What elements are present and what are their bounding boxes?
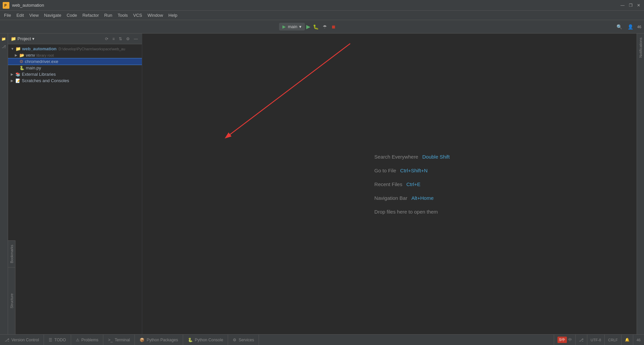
- menu-item-refactor[interactable]: Refactor: [80, 11, 102, 19]
- hint-search-everywhere: Search Everywhere Double Shift: [374, 154, 450, 159]
- tab-python-console[interactable]: 🐍 Python Console: [183, 335, 228, 345]
- sougo-badge[interactable]: S中 中: [554, 335, 575, 345]
- settings-btn[interactable]: ⚙: [125, 36, 131, 42]
- bookmarks-panel: Bookmarks: [8, 240, 15, 267]
- power-save[interactable]: 46: [633, 335, 644, 345]
- menu-item-navigate[interactable]: Navigate: [41, 11, 64, 19]
- tab-terminal[interactable]: >_ Terminal: [103, 335, 135, 345]
- tree-scratches[interactable]: ▶ 📝 Scratches and Consoles: [8, 77, 142, 84]
- run-config-dropdown[interactable]: ▶ main ▾: [279, 23, 305, 31]
- status-right: S中 中 ⎇ UTF-8 CRLF 🔔 46: [554, 335, 644, 345]
- menu-item-run[interactable]: Run: [102, 11, 115, 19]
- menu-item-help[interactable]: Help: [166, 11, 180, 19]
- hint-recent-shortcut: Ctrl+E: [406, 181, 420, 187]
- ext-libs-label: External Libraries: [22, 72, 56, 77]
- file-tree: ▼ 📁 web_automation D:\develop\PyCharm\wo…: [8, 44, 142, 334]
- svg-line-3: [226, 44, 350, 137]
- svg-text:P: P: [4, 4, 7, 7]
- activity-bar: 📁 ⎇: [0, 34, 8, 334]
- title-bar: P web_automation — ❐ ✕: [0, 0, 644, 11]
- hint-goto-file: Go to File Ctrl+Shift+N: [374, 167, 450, 173]
- tab-terminal-label: Terminal: [115, 338, 130, 342]
- notifications-label[interactable]: Notifications: [639, 35, 643, 60]
- account-icon[interactable]: 👤: [626, 23, 635, 31]
- tree-root[interactable]: ▼ 📁 web_automation D:\develop\PyCharm\wo…: [8, 46, 142, 52]
- scratches-icon: 📝: [15, 78, 20, 83]
- sort-btn[interactable]: ⇅: [117, 36, 123, 42]
- tree-main-py[interactable]: 🐍 main.py: [8, 65, 142, 71]
- scratches-chevron: ▶: [11, 79, 15, 82]
- hide-btn[interactable]: —: [132, 36, 139, 42]
- problems-icon: ⚠: [76, 338, 79, 342]
- sidebar-tools: ⟳ ≡ ⇅ ⚙ —: [104, 36, 139, 42]
- run-button[interactable]: ▶: [306, 23, 310, 30]
- tab-problems-label: Problems: [82, 338, 99, 342]
- tab-python-packages[interactable]: 📦 Python Packages: [135, 335, 183, 345]
- venv-folder-icon: 📂: [19, 53, 24, 58]
- menu-item-code[interactable]: Code: [64, 11, 80, 19]
- sougo-text: 中: [568, 337, 572, 342]
- tree-external-libraries[interactable]: ▶ 📚 External Libraries: [8, 71, 142, 77]
- stop-button[interactable]: ⏹: [330, 23, 337, 31]
- debug-button[interactable]: 🐛: [312, 23, 320, 31]
- menu-item-file[interactable]: File: [1, 11, 14, 19]
- scroll-to-source-btn[interactable]: ⟳: [104, 36, 110, 42]
- maximize-button[interactable]: ❐: [628, 3, 633, 8]
- commit-icon[interactable]: ⎇: [0, 43, 8, 50]
- collapse-all-btn[interactable]: ≡: [111, 36, 116, 42]
- hint-nav-label: Navigation Bar: [374, 195, 407, 200]
- exe-file-icon: ⚙: [19, 59, 23, 64]
- tab-todo[interactable]: ☰ TODO: [44, 335, 71, 345]
- tab-version-control-label: Version Control: [11, 338, 39, 342]
- run-config-chevron: ▾: [299, 24, 302, 29]
- menu-item-view[interactable]: View: [26, 11, 41, 19]
- chromedriver-label: chromedriver.exe: [25, 59, 58, 64]
- project-view-icon[interactable]: 📁: [0, 35, 8, 42]
- project-dropdown[interactable]: 📁 Project ▾: [11, 36, 35, 41]
- tree-chromedriver[interactable]: ⚙ chromedriver.exe: [8, 58, 142, 65]
- version-control-icon: ⎇: [5, 338, 9, 342]
- sougo-label: S中: [557, 337, 567, 343]
- hint-goto-label: Go to File: [374, 167, 396, 173]
- hint-recent-label: Recent Files: [374, 181, 402, 187]
- tab-problems[interactable]: ⚠ Problems: [71, 335, 104, 345]
- encoding-status[interactable]: UTF-8: [587, 335, 604, 345]
- menu-item-edit[interactable]: Edit: [14, 11, 26, 19]
- power-save-icon: 46: [637, 338, 641, 342]
- hint-search-shortcut: Double Shift: [422, 154, 450, 159]
- hint-search-label: Search Everywhere: [374, 154, 418, 159]
- coverage-button[interactable]: ☂: [321, 23, 328, 31]
- python-packages-icon: 📦: [140, 338, 145, 342]
- tab-version-control[interactable]: ⎇ Version Control: [0, 335, 44, 345]
- main-layout: 📁 ⎇ 📁 Project ▾ ⟳ ≡ ⇅ ⚙ — ▼ 📁 web_aut: [0, 34, 644, 334]
- toolbar: ▶ main ▾ ▶ 🐛 ☂ ⏹ 🔍 👤 46: [0, 20, 644, 34]
- hint-nav-shortcut: Alt+Home: [411, 195, 433, 200]
- minimize-button[interactable]: —: [620, 3, 625, 8]
- menu-item-vcs[interactable]: VCS: [130, 11, 145, 19]
- notification-bell[interactable]: 🔔: [621, 335, 633, 345]
- main-py-label: main.py: [26, 65, 41, 70]
- todo-icon: ☰: [49, 338, 52, 342]
- bookmarks-label[interactable]: Bookmarks: [10, 245, 14, 263]
- line-sep-status[interactable]: CRLF: [604, 335, 621, 345]
- services-icon: ⚙: [233, 338, 236, 342]
- line-sep-label: CRLF: [608, 338, 618, 342]
- hint-drop-files: Drop files here to open them: [374, 209, 450, 214]
- git-icon: ⎇: [579, 338, 584, 342]
- menu-item-window[interactable]: Window: [145, 11, 166, 19]
- close-button[interactable]: ✕: [636, 3, 641, 8]
- ext-libs-icon: 📚: [15, 72, 20, 77]
- window-controls: — ❐ ✕: [620, 3, 641, 8]
- py-file-icon: 🐍: [19, 66, 24, 70]
- tab-todo-label: TODO: [54, 338, 66, 342]
- status-bar: ⎇ Version Control ☰ TODO ⚠ Problems >_ T…: [0, 334, 644, 345]
- tree-venv[interactable]: ▶ 📂 venv library root: [8, 52, 142, 58]
- search-everywhere-icon[interactable]: 🔍: [615, 23, 624, 31]
- hint-recent-files: Recent Files Ctrl+E: [374, 181, 450, 187]
- hint-goto-shortcut: Ctrl+Shift+N: [400, 167, 428, 173]
- tab-services[interactable]: ⚙ Services: [228, 335, 259, 345]
- project-folder-icon: 📁: [15, 46, 21, 51]
- git-status[interactable]: ⎇: [575, 335, 587, 345]
- structure-label[interactable]: Structure: [10, 293, 14, 308]
- menu-item-tools[interactable]: Tools: [115, 11, 130, 19]
